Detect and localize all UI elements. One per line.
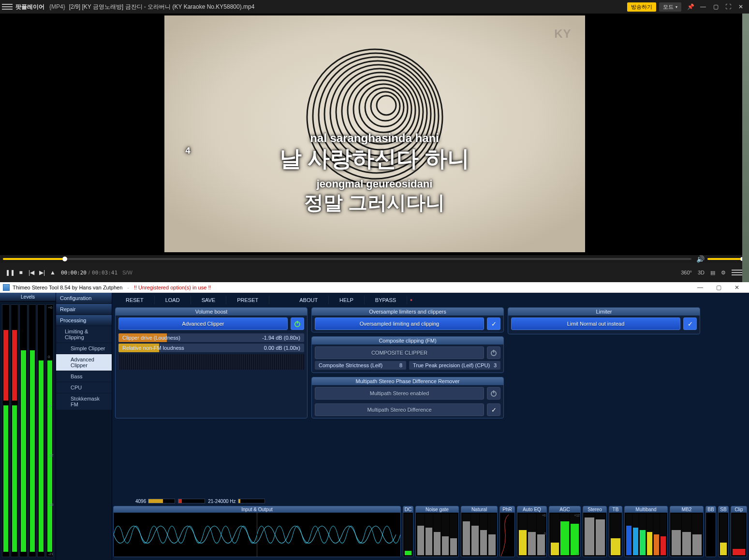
power-icon[interactable] (291, 317, 304, 330)
nav-stokkemask-fm[interactable]: Stokkemask FM (56, 393, 112, 410)
menu-help[interactable]: HELP (329, 296, 365, 304)
minimize-icon[interactable]: — (697, 0, 709, 13)
module-stereo[interactable]: Stereo (583, 506, 607, 557)
module-autoeq[interactable]: Auto EQ+60-6 (517, 506, 547, 557)
svg-point-12 (377, 96, 396, 115)
pin-icon[interactable]: 📌 (684, 0, 697, 13)
true-peak-precision-slider[interactable]: True Peak precision (Leif) (CPU)3 (409, 361, 500, 370)
close-icon[interactable]: ✕ (734, 0, 747, 13)
main-panel: RESET LOAD SAVE PRESET ABOUT HELP BYPASS… (112, 293, 749, 560)
settings-icon[interactable]: ⚙ (718, 270, 729, 276)
check-icon[interactable]: ✓ (487, 317, 500, 330)
module-multiband[interactable]: Multiband (624, 506, 668, 557)
open-button[interactable]: ▲ (47, 267, 58, 278)
seek-thumb[interactable] (62, 257, 67, 261)
maximize-icon[interactable]: ▢ (709, 0, 722, 13)
next-button[interactable]: ▶| (37, 267, 47, 278)
composite-strictness-slider[interactable]: Composite Strictness (Leif)8 (315, 361, 406, 370)
menu-preset[interactable]: PRESET (226, 296, 269, 304)
level-bar (19, 304, 27, 557)
time-current: 00:00:20 (61, 270, 87, 276)
decoder-label[interactable]: S/W (122, 270, 132, 275)
stat-buffer: 4096 (135, 499, 175, 504)
power-icon[interactable] (487, 387, 500, 400)
nav-advanced-clipper[interactable]: Advanced Clipper (56, 354, 112, 371)
volume-fill (707, 258, 742, 260)
fullscreen-icon[interactable]: ⛶ (722, 0, 734, 13)
panel-oversample: Oversample limiters and clippers Oversam… (311, 307, 504, 332)
level-bar (2, 304, 10, 557)
module-dc[interactable]: DC (403, 506, 413, 557)
menu-icon[interactable] (2, 1, 13, 12)
power-icon[interactable] (487, 346, 500, 359)
module-tb[interactable]: TB (609, 506, 622, 557)
module-natural[interactable]: Natural (461, 506, 498, 557)
3d-button[interactable]: 3D (695, 270, 707, 275)
seek-track[interactable] (3, 258, 691, 260)
level-bar (37, 304, 45, 557)
stereotool-app-icon (3, 284, 10, 291)
multipath-difference-button[interactable]: Multipath Stereo Difference (315, 403, 484, 416)
stop-button[interactable]: ■ (15, 267, 26, 278)
nav-bass[interactable]: Bass (56, 371, 112, 382)
stereotool-body: Levels +60- (0, 293, 749, 560)
prev-button[interactable]: |◀ (26, 267, 37, 278)
bottom-strip: 4096 21-24000 Hz Input & Output (112, 497, 749, 560)
menu-load[interactable]: LOAD (155, 296, 191, 304)
clipper-drive-slider[interactable]: Clipper drive (Loudness) -1.94 dB (0.80x… (118, 333, 304, 342)
menu-save[interactable]: SAVE (191, 296, 227, 304)
video-area[interactable]: KY nal saranghasinda hani 4 날 사랑하신다 하니 j… (0, 14, 749, 255)
oversampled-button[interactable]: Oversampled limiting and clipping (315, 317, 484, 330)
volume-track[interactable] (707, 258, 746, 260)
module-mb2[interactable]: MB2 (670, 506, 704, 557)
nav-simple-clipper[interactable]: Simple Clipper (56, 343, 112, 354)
menu-about[interactable]: ABOUT (289, 296, 329, 304)
panel-limiter: Limiter Limit Normal out instead ✓ (508, 307, 700, 334)
korean-line-2: 정말 그러시다니 (164, 189, 585, 216)
menu-reset[interactable]: RESET (115, 296, 155, 304)
module-io[interactable]: Input & Output (113, 506, 401, 557)
panel-header: Volume boost (116, 308, 307, 316)
volume-icon[interactable]: 🔊 (696, 255, 705, 263)
korean-line-1: 4 날 사랑하신다 하니 (164, 144, 585, 174)
module-agc[interactable]: AGC+12-12 (549, 506, 581, 557)
st-maximize-icon[interactable]: ▢ (709, 282, 728, 293)
st-close-icon[interactable]: ✕ (728, 282, 746, 293)
stat-freq: 21-24000 Hz (208, 499, 264, 504)
multipath-enabled-button[interactable]: Multipath Stereo enabled (315, 387, 484, 400)
nav-repair[interactable]: Repair (56, 304, 112, 315)
video-frame: KY nal saranghasinda hani 4 날 사랑하신다 하니 j… (164, 15, 585, 252)
panel-composite-clipping: Composite clipping (FM) COMPOSITE CLIPPE… (311, 336, 504, 373)
module-phr[interactable]: PhR (499, 506, 515, 557)
limit-normal-out-button[interactable]: Limit Normal out instead (511, 317, 680, 330)
module-bb[interactable]: BB (705, 506, 716, 557)
relative-loudness-slider[interactable]: Relative non-FM loudness 0.00 dB (1.00x) (118, 344, 304, 352)
unregistered-warning: !! Unregistered option(s) in use !! (134, 285, 211, 290)
nav-limiting-clipping[interactable]: Limiting & Clipping (56, 326, 112, 343)
stereotool-titlebar: Thimeo Stereo Tool 8.54 by Hans van Zutp… (0, 282, 749, 293)
modules-row: Input & Output DC Noise gate Natura (112, 505, 749, 558)
check-icon[interactable]: ✓ (683, 317, 697, 330)
panel-header: Multipath Stereo Phase Difference Remove… (312, 377, 503, 385)
nav-cpu[interactable]: CPU (56, 382, 112, 393)
pause-button[interactable]: ❚❚ (5, 267, 15, 278)
nav-configuration[interactable]: Configuration (56, 293, 112, 304)
waveform-strip (118, 354, 304, 370)
module-sb[interactable]: SB (718, 506, 729, 557)
broadcast-button[interactable]: 방송하기 (627, 2, 656, 12)
menu-bypass[interactable]: BYPASS (365, 296, 407, 304)
module-clip[interactable]: Clip (731, 506, 747, 557)
advanced-clipper-button[interactable]: Advanced Clipper (118, 317, 288, 330)
module-noise-gate[interactable]: Noise gate (415, 506, 459, 557)
nav-processing[interactable]: Processing (56, 315, 112, 326)
mode-button[interactable]: 모드 ▾ (659, 2, 681, 12)
st-minimize-icon[interactable]: — (691, 282, 709, 293)
composite-clipper-button[interactable]: COMPOSITE CLIPPER (315, 346, 484, 359)
waveform-graphic (114, 513, 400, 557)
check-icon[interactable]: ✓ (487, 403, 500, 416)
360-button[interactable]: 360° (678, 270, 695, 275)
playlist-icon[interactable]: ▤ (707, 270, 718, 276)
panel-multipath-stereo: Multipath Stereo Phase Difference Remove… (311, 377, 504, 418)
desktop-edge (742, 14, 749, 282)
subtitle-stack: nal saranghasinda hani 4 날 사랑하신다 하니 jeon… (164, 131, 585, 216)
